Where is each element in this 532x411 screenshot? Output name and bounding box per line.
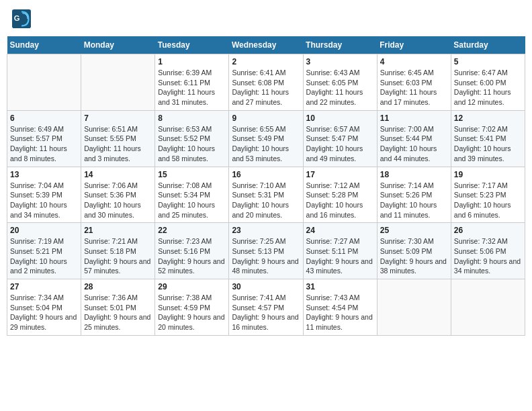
day-number: 25 [380,226,448,235]
calendar-cell: 15Sunrise: 7:08 AM Sunset: 5:34 PM Dayli… [155,167,229,223]
calendar-cell: 27Sunrise: 7:34 AM Sunset: 5:04 PM Dayli… [7,279,81,336]
day-info: Sunrise: 6:45 AM Sunset: 6:03 PM Dayligh… [380,68,448,107]
day-number: 1 [158,57,226,66]
day-info: Sunrise: 6:49 AM Sunset: 5:57 PM Dayligh… [10,124,78,164]
day-info: Sunrise: 7:41 AM Sunset: 4:57 PM Dayligh… [232,293,300,332]
day-info: Sunrise: 6:57 AM Sunset: 5:47 PM Dayligh… [306,124,374,164]
day-header-thursday: Thursday [303,36,377,54]
day-number: 5 [454,57,522,66]
day-info: Sunrise: 6:53 AM Sunset: 5:52 PM Dayligh… [158,124,226,164]
day-info: Sunrise: 7:00 AM Sunset: 5:44 PM Dayligh… [380,124,448,164]
calendar-cell: 19Sunrise: 7:17 AM Sunset: 5:23 PM Dayli… [451,167,525,223]
logo: G [12,9,34,28]
day-number: 11 [380,113,448,123]
calendar-cell: 10Sunrise: 6:57 AM Sunset: 5:47 PM Dayli… [303,110,377,167]
day-number: 19 [454,170,522,179]
calendar-cell: 26Sunrise: 7:32 AM Sunset: 5:06 PM Dayli… [451,223,525,279]
calendar-cell: 13Sunrise: 7:04 AM Sunset: 5:39 PM Dayli… [7,167,81,223]
day-info: Sunrise: 7:43 AM Sunset: 4:54 PM Dayligh… [306,293,374,332]
day-info: Sunrise: 7:02 AM Sunset: 5:41 PM Dayligh… [454,124,522,164]
day-number: 7 [84,113,152,123]
day-info: Sunrise: 7:32 AM Sunset: 5:06 PM Dayligh… [454,236,522,276]
week-row-0: 1Sunrise: 6:39 AM Sunset: 6:11 PM Daylig… [7,54,525,111]
calendar-cell [7,54,81,111]
calendar-cell: 7Sunrise: 6:51 AM Sunset: 5:55 PM Daylig… [81,110,155,167]
day-number: 31 [306,282,374,291]
day-number: 28 [84,282,152,291]
calendar-cell: 21Sunrise: 7:21 AM Sunset: 5:18 PM Dayli… [81,223,155,279]
calendar-cell: 22Sunrise: 7:23 AM Sunset: 5:16 PM Dayli… [155,223,229,279]
day-number: 10 [306,113,374,123]
day-info: Sunrise: 7:08 AM Sunset: 5:34 PM Dayligh… [158,181,226,220]
day-info: Sunrise: 7:30 AM Sunset: 5:09 PM Dayligh… [380,236,448,276]
day-info: Sunrise: 6:41 AM Sunset: 6:08 PM Dayligh… [232,68,300,107]
calendar-cell: 8Sunrise: 6:53 AM Sunset: 5:52 PM Daylig… [155,110,229,167]
svg-text:G: G [14,14,20,22]
day-info: Sunrise: 7:38 AM Sunset: 4:59 PM Dayligh… [158,293,226,332]
day-info: Sunrise: 6:39 AM Sunset: 6:11 PM Dayligh… [158,68,226,107]
header-row: SundayMondayTuesdayWednesdayThursdayFrid… [7,36,525,54]
day-number: 26 [454,226,522,235]
day-number: 15 [158,170,226,179]
day-info: Sunrise: 7:23 AM Sunset: 5:16 PM Dayligh… [158,236,226,276]
calendar-cell: 23Sunrise: 7:25 AM Sunset: 5:13 PM Dayli… [229,223,303,279]
week-row-3: 20Sunrise: 7:19 AM Sunset: 5:21 PM Dayli… [7,223,525,279]
day-header-saturday: Saturday [451,36,525,54]
day-info: Sunrise: 6:51 AM Sunset: 5:55 PM Dayligh… [84,124,152,164]
day-number: 14 [84,170,152,179]
day-number: 29 [158,282,226,291]
calendar-cell: 1Sunrise: 6:39 AM Sunset: 6:11 PM Daylig… [155,54,229,111]
calendar-cell: 17Sunrise: 7:12 AM Sunset: 5:28 PM Dayli… [303,167,377,223]
calendar-cell: 30Sunrise: 7:41 AM Sunset: 4:57 PM Dayli… [229,279,303,336]
day-number: 22 [158,226,226,235]
logo-icon: G [12,9,31,28]
calendar-cell: 3Sunrise: 6:43 AM Sunset: 6:05 PM Daylig… [303,54,377,111]
day-info: Sunrise: 7:06 AM Sunset: 5:36 PM Dayligh… [84,181,152,220]
calendar-cell: 20Sunrise: 7:19 AM Sunset: 5:21 PM Dayli… [7,223,81,279]
day-info: Sunrise: 6:43 AM Sunset: 6:05 PM Dayligh… [306,68,374,107]
day-number: 30 [232,282,300,291]
week-row-2: 13Sunrise: 7:04 AM Sunset: 5:39 PM Dayli… [7,167,525,223]
calendar-cell: 24Sunrise: 7:27 AM Sunset: 5:11 PM Dayli… [303,223,377,279]
calendar-cell: 11Sunrise: 7:00 AM Sunset: 5:44 PM Dayli… [377,110,451,167]
day-header-sunday: Sunday [7,36,81,54]
day-number: 16 [232,170,300,179]
day-info: Sunrise: 7:21 AM Sunset: 5:18 PM Dayligh… [84,236,152,276]
day-number: 27 [10,282,78,291]
day-number: 17 [306,170,374,179]
calendar-cell [377,279,451,336]
day-number: 4 [380,57,448,66]
day-header-wednesday: Wednesday [229,36,303,54]
day-number: 21 [84,226,152,235]
calendar-cell: 12Sunrise: 7:02 AM Sunset: 5:41 PM Dayli… [451,110,525,167]
day-number: 9 [232,113,300,123]
day-info: Sunrise: 7:04 AM Sunset: 5:39 PM Dayligh… [10,181,78,220]
day-number: 13 [10,170,78,179]
day-info: Sunrise: 7:17 AM Sunset: 5:23 PM Dayligh… [454,181,522,220]
calendar-cell: 25Sunrise: 7:30 AM Sunset: 5:09 PM Dayli… [377,223,451,279]
day-number: 12 [454,113,522,123]
calendar-cell: 18Sunrise: 7:14 AM Sunset: 5:26 PM Dayli… [377,167,451,223]
day-number: 24 [306,226,374,235]
day-number: 18 [380,170,448,179]
calendar-header: SundayMondayTuesdayWednesdayThursdayFrid… [7,36,525,54]
day-info: Sunrise: 7:14 AM Sunset: 5:26 PM Dayligh… [380,181,448,220]
day-info: Sunrise: 6:47 AM Sunset: 6:00 PM Dayligh… [454,68,522,107]
day-header-friday: Friday [377,36,451,54]
calendar-cell: 28Sunrise: 7:36 AM Sunset: 5:01 PM Dayli… [81,279,155,336]
day-info: Sunrise: 7:34 AM Sunset: 5:04 PM Dayligh… [10,293,78,332]
day-header-tuesday: Tuesday [155,36,229,54]
day-number: 2 [232,57,300,66]
calendar-cell [451,279,525,336]
day-number: 20 [10,226,78,235]
day-number: 23 [232,226,300,235]
page-header: G [7,7,525,31]
calendar-cell: 2Sunrise: 6:41 AM Sunset: 6:08 PM Daylig… [229,54,303,111]
day-number: 6 [10,113,78,123]
calendar: SundayMondayTuesdayWednesdayThursdayFrid… [7,36,525,336]
calendar-cell: 4Sunrise: 6:45 AM Sunset: 6:03 PM Daylig… [377,54,451,111]
day-number: 8 [158,113,226,123]
calendar-cell: 29Sunrise: 7:38 AM Sunset: 4:59 PM Dayli… [155,279,229,336]
day-info: Sunrise: 7:27 AM Sunset: 5:11 PM Dayligh… [306,236,374,276]
day-info: Sunrise: 7:19 AM Sunset: 5:21 PM Dayligh… [10,236,78,276]
